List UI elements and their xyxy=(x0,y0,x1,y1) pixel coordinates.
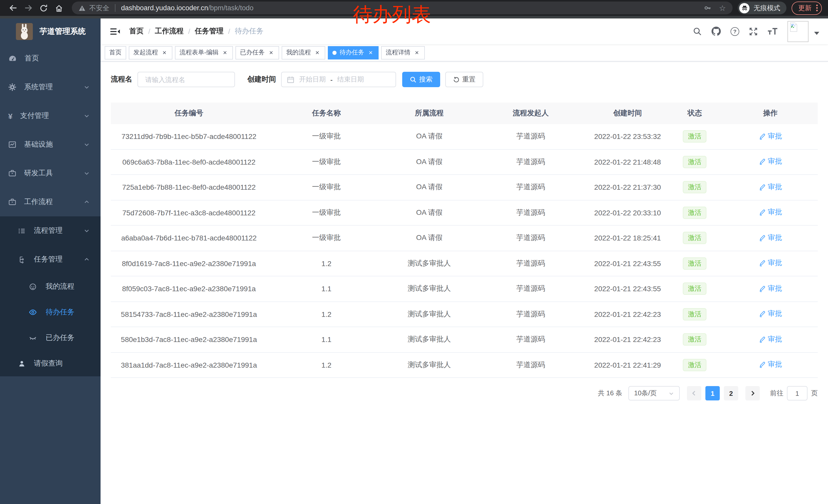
tab-home[interactable]: 首页 xyxy=(105,46,126,59)
cell-starter: 芋道源码 xyxy=(473,132,589,141)
tab-process-detail[interactable]: 流程详情 × xyxy=(381,46,425,59)
browser-reload-button[interactable] xyxy=(36,1,51,15)
approve-link[interactable]: 审批 xyxy=(758,208,782,217)
cell-task-id: 580e1b3d-7ac8-11ec-a9e2-a2380e71991a xyxy=(111,335,267,344)
status-badge: 激活 xyxy=(683,333,706,346)
sidebar-item-my-process[interactable]: 我的流程 xyxy=(0,274,100,300)
sidebar-item-payment[interactable]: ¥ 支付管理 xyxy=(0,101,100,130)
sidebar-item-task-management[interactable]: 任务管理 xyxy=(0,245,100,274)
prev-page-button[interactable] xyxy=(687,386,701,401)
breadcrumb-task-management[interactable]: 任务管理 xyxy=(195,27,224,36)
table-row: 8f0d1619-7ac8-11ec-a9e2-a2380e71991a 1.2… xyxy=(111,251,818,276)
search-button[interactable]: 搜索 xyxy=(402,72,440,87)
sidebar-item-todo-tasks[interactable]: 待办任务 xyxy=(0,300,100,325)
close-icon[interactable]: × xyxy=(367,49,374,56)
end-date-placeholder: 结束日期 xyxy=(337,75,364,84)
approve-link[interactable]: 审批 xyxy=(758,335,782,344)
bookmark-star-icon[interactable]: ☆ xyxy=(719,4,726,12)
app-logo[interactable]: 芋道管理系统 xyxy=(0,18,100,44)
close-icon[interactable]: × xyxy=(268,49,275,56)
logo-image xyxy=(16,23,33,40)
close-icon[interactable]: × xyxy=(161,49,168,56)
approve-link[interactable]: 审批 xyxy=(758,233,782,242)
tab-start-process[interactable]: 发起流程 × xyxy=(129,46,172,59)
cell-task-name: 1.2 xyxy=(267,361,386,369)
sidebar-item-system[interactable]: 系统管理 xyxy=(0,73,100,101)
fullscreen-icon[interactable] xyxy=(749,27,758,36)
browser-menu-icon[interactable] xyxy=(816,5,818,11)
sidebar-item-process-management[interactable]: 流程管理 xyxy=(0,216,100,245)
page-button-1[interactable]: 1 xyxy=(705,386,720,401)
goto-page-input[interactable] xyxy=(787,386,808,401)
cell-process: OA 请假 xyxy=(386,183,473,192)
tab-done-tasks[interactable]: 已办任务 × xyxy=(236,46,279,59)
cell-starter: 芋道源码 xyxy=(473,234,589,243)
browser-forward-button[interactable] xyxy=(20,1,36,15)
sidebar-collapse-button[interactable] xyxy=(106,28,125,35)
eye-closed-icon xyxy=(29,334,37,342)
sidebar-item-home[interactable]: 首页 xyxy=(0,44,100,73)
help-icon[interactable]: ? xyxy=(731,27,739,36)
approve-link[interactable]: 审批 xyxy=(758,157,782,166)
approve-link[interactable]: 审批 xyxy=(758,310,782,319)
cell-starter: 芋道源码 xyxy=(473,360,589,370)
tab-form-edit[interactable]: 流程表单-编辑 × xyxy=(175,46,233,59)
chevron-down-icon xyxy=(814,32,819,35)
search-icon[interactable] xyxy=(693,27,702,36)
tab-todo-tasks[interactable]: 待办任务 × xyxy=(328,46,379,59)
briefcase-icon xyxy=(8,198,16,206)
table-row: 069c6a63-7b8a-11ec-8ef0-acde48001122 一级审… xyxy=(111,149,818,175)
close-icon[interactable]: × xyxy=(413,49,420,56)
page-size-select[interactable]: 10条/页 xyxy=(628,386,680,401)
avatar xyxy=(787,21,809,42)
browser-back-button[interactable] xyxy=(5,1,20,15)
user-menu[interactable] xyxy=(787,21,820,42)
cell-process: OA 请假 xyxy=(386,157,473,167)
gear-icon xyxy=(8,83,16,91)
process-name-input[interactable] xyxy=(144,75,228,84)
status-badge: 激活 xyxy=(683,156,706,168)
close-icon[interactable]: × xyxy=(222,49,228,56)
sidebar-item-workflow[interactable]: 工作流程 xyxy=(0,188,100,216)
status-badge: 激活 xyxy=(683,232,706,244)
site-security[interactable]: 不安全 xyxy=(79,3,109,12)
approve-link[interactable]: 审批 xyxy=(758,360,782,369)
table-row: 8f059c03-7ac8-11ec-a9e2-a2380e71991a 1.1… xyxy=(111,276,818,302)
incognito-icon xyxy=(739,3,749,13)
approve-link[interactable]: 审批 xyxy=(758,132,782,141)
page-button-2[interactable]: 2 xyxy=(724,386,738,401)
cell-task-name: 一级审批 xyxy=(267,132,386,141)
monitor-chart-icon xyxy=(8,140,16,149)
sidebar-item-done-tasks[interactable]: 已办任务 xyxy=(0,325,100,351)
cell-task-id: 75d72608-7b7f-11ec-a3c8-acde48001122 xyxy=(111,209,267,217)
sidebar-item-devtools[interactable]: 研发工具 xyxy=(0,159,100,188)
cell-create-time: 2022-01-21 22:41:29 xyxy=(589,361,666,369)
breadcrumb-home[interactable]: 首页 xyxy=(129,27,143,36)
reset-button[interactable]: 重置 xyxy=(445,72,483,87)
chevron-down-icon xyxy=(668,391,674,396)
create-time-range-picker[interactable]: 开始日期 - 结束日期 xyxy=(281,72,396,87)
approve-link[interactable]: 审批 xyxy=(758,284,782,293)
browser-update-button[interactable]: 更新 xyxy=(792,1,822,15)
passwords-key-icon[interactable] xyxy=(704,4,711,12)
tags-view-bar: 首页 发起流程 × 流程表单-编辑 × 已办任务 × 我的流程 × xyxy=(100,44,828,61)
task-table: 任务编号 任务名称 所属流程 流程发起人 创建时间 状态 操作 73211d9d… xyxy=(111,102,818,378)
browser-home-button[interactable] xyxy=(51,1,67,15)
breadcrumb-workflow[interactable]: 工作流程 xyxy=(155,27,184,36)
approve-link[interactable]: 审批 xyxy=(758,183,782,192)
tab-my-process[interactable]: 我的流程 × xyxy=(282,46,325,59)
sidebar-item-leave-query[interactable]: 请假查询 xyxy=(0,351,100,376)
cell-task-name: 一级审批 xyxy=(267,157,386,167)
close-icon[interactable]: × xyxy=(314,49,321,56)
table-header: 任务编号 任务名称 所属流程 流程发起人 创建时间 状态 操作 xyxy=(111,102,818,124)
next-page-button[interactable] xyxy=(745,386,760,401)
github-icon[interactable] xyxy=(711,27,721,36)
chevron-down-icon xyxy=(84,228,90,234)
cell-task-id: 73211d9d-7b9b-11ec-b5b7-acde48001122 xyxy=(111,133,267,141)
address-bar[interactable]: 不安全 dashboard.yudao.iocoder.cn/bpm/task/… xyxy=(72,2,733,14)
approve-link[interactable]: 审批 xyxy=(758,259,782,268)
sidebar-item-infrastructure[interactable]: 基础设施 xyxy=(0,130,100,159)
font-size-icon[interactable] xyxy=(768,27,778,35)
col-actions: 操作 xyxy=(723,109,818,118)
chevron-up-icon xyxy=(84,256,90,263)
